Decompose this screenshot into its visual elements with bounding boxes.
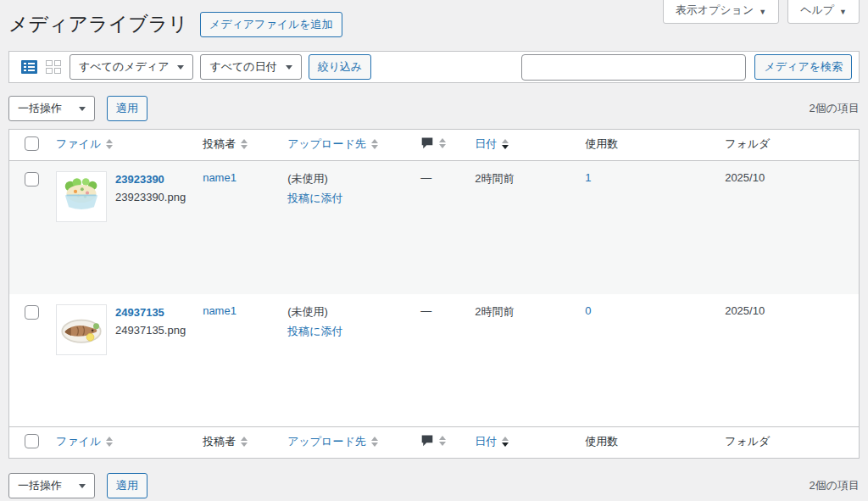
- author-header-label: 投稿者: [203, 434, 236, 449]
- select-all-checkbox[interactable]: [25, 434, 39, 448]
- upload-header-label: アップロード先: [287, 136, 366, 152]
- author-link[interactable]: name1: [203, 304, 236, 317]
- author-header-label: 投稿者: [203, 136, 236, 152]
- sort-arrows-icon: [106, 139, 113, 149]
- upload-date: 2時間前: [475, 172, 514, 185]
- comment-bubble-icon: [420, 434, 434, 447]
- media-list-table: ファイル 投稿者 アップロード先: [8, 129, 860, 459]
- comment-bubble-icon: [420, 136, 434, 149]
- date-header-label: 日付: [475, 136, 497, 152]
- apply-button[interactable]: 適用: [107, 473, 147, 498]
- sort-by-comments-header[interactable]: [420, 434, 446, 447]
- media-row: 23923390 23923390.png name1 (未使用) 投稿に添付 …: [9, 161, 860, 294]
- sort-arrows-icon: [439, 436, 446, 446]
- media-title-link[interactable]: 23923390: [115, 173, 186, 186]
- row-checkbox[interactable]: [25, 172, 39, 186]
- list-view-button[interactable]: [19, 58, 39, 75]
- comment-count: —: [420, 304, 431, 317]
- sort-by-upload-header[interactable]: アップロード先: [287, 136, 378, 152]
- sort-arrows-desc-active-icon: [502, 437, 509, 447]
- sort-by-date-header[interactable]: 日付: [475, 136, 509, 152]
- apply-button[interactable]: 適用: [107, 96, 147, 121]
- sort-by-author-header[interactable]: 投稿者: [203, 434, 248, 449]
- media-filename: 24937135.png: [115, 324, 186, 337]
- media-title-link[interactable]: 24937135: [115, 306, 186, 319]
- bulk-action-value: 一括操作: [18, 478, 62, 493]
- table-header: ファイル 投稿者 アップロード先: [9, 130, 860, 161]
- chevron-down-icon: [79, 107, 86, 111]
- select-all-checkbox[interactable]: [25, 136, 39, 151]
- file-header-label: ファイル: [56, 136, 101, 152]
- screen-options-label: 表示オプション: [676, 3, 754, 18]
- date-filter-value: すべての日付: [209, 59, 276, 75]
- media-search-input[interactable]: [521, 54, 746, 81]
- salad-bowl-image: [58, 173, 105, 220]
- media-library-page: 表示オプション ▼ ヘルプ ▼ メディアライブラリ メディアファイルを追加: [0, 0, 868, 499]
- media-thumbnail[interactable]: [56, 171, 107, 222]
- view-switcher: [19, 58, 63, 75]
- row-checkbox[interactable]: [25, 305, 39, 320]
- upload-header-label: アップロード先: [287, 434, 366, 449]
- sort-arrows-icon: [241, 437, 248, 447]
- unused-label: (未使用): [287, 171, 403, 186]
- caret-down-icon: ▼: [759, 7, 766, 18]
- help-label: ヘルプ: [800, 3, 834, 18]
- sort-by-author-header[interactable]: 投稿者: [203, 136, 248, 152]
- sort-arrows-icon: [371, 139, 378, 149]
- sort-by-file-header[interactable]: ファイル: [56, 136, 113, 152]
- sort-arrows-icon: [241, 139, 248, 149]
- media-type-filter-value: すべてのメディア: [79, 59, 169, 75]
- sort-arrows-icon: [106, 437, 113, 447]
- folder-value: 2025/10: [725, 171, 765, 184]
- usage-header-label: 使用数: [585, 434, 618, 449]
- media-filename: 23923390.png: [115, 191, 186, 203]
- media-row: 24937135 24937135.png name1 (未使用) 投稿に添付 …: [9, 294, 860, 427]
- media-type-filter-select[interactable]: すべてのメディア: [70, 54, 193, 80]
- add-media-button[interactable]: メディアファイルを追加: [200, 12, 342, 37]
- sort-by-upload-header[interactable]: アップロード先: [287, 434, 378, 449]
- author-link[interactable]: name1: [203, 171, 236, 184]
- media-toolbar: すべてのメディア すべての日付 絞り込み メディアを検索: [8, 51, 860, 83]
- usage-header-label: 使用数: [585, 136, 618, 152]
- folder-header-label: フォルダ: [725, 434, 770, 449]
- chevron-down-icon: [286, 65, 292, 70]
- chevron-down-icon: [79, 484, 86, 488]
- folder-value: 2025/10: [725, 304, 765, 317]
- folder-header-label: フォルダ: [725, 136, 770, 152]
- usage-count-link[interactable]: 1: [585, 171, 591, 184]
- sort-by-comments-header[interactable]: [420, 136, 446, 149]
- bulk-actions-bottom: 一括操作 適用 2個の項目: [8, 472, 860, 499]
- grid-view-button[interactable]: [44, 58, 63, 75]
- sort-by-date-header[interactable]: 日付: [475, 434, 509, 449]
- help-button[interactable]: ヘルプ ▼: [787, 0, 860, 24]
- filter-button[interactable]: 絞り込み: [309, 54, 372, 80]
- sort-arrows-icon: [371, 437, 378, 447]
- media-thumbnail[interactable]: [56, 304, 107, 355]
- grilled-fish-image: [58, 306, 105, 353]
- usage-count-link[interactable]: 0: [585, 304, 591, 317]
- screen-options-button[interactable]: 表示オプション ▼: [663, 0, 779, 24]
- media-search-button[interactable]: メディアを検索: [754, 54, 852, 80]
- attach-to-post-link[interactable]: 投稿に添付: [287, 324, 403, 339]
- upload-date: 2時間前: [475, 305, 514, 318]
- bulk-action-select[interactable]: 一括操作: [8, 473, 95, 498]
- page-title: メディアライブラリ: [8, 12, 188, 37]
- file-header-label: ファイル: [56, 434, 101, 449]
- list-view-icon: [21, 60, 37, 74]
- bulk-action-select[interactable]: 一括操作: [8, 96, 95, 121]
- grid-view-icon: [46, 60, 61, 74]
- attach-to-post-link[interactable]: 投稿に添付: [287, 191, 403, 206]
- bulk-action-value: 一括操作: [18, 101, 62, 116]
- sort-arrows-icon: [439, 138, 446, 148]
- bulk-actions-top: 一括操作 適用 2個の項目: [8, 95, 860, 122]
- item-count: 2個の項目: [809, 101, 860, 116]
- date-filter-select[interactable]: すべての日付: [200, 54, 301, 80]
- comment-count: —: [420, 171, 431, 184]
- date-header-label: 日付: [475, 434, 497, 449]
- caret-down-icon: ▼: [839, 7, 847, 18]
- unused-label: (未使用): [287, 304, 403, 320]
- sort-by-file-header[interactable]: ファイル: [56, 434, 113, 449]
- table-footer: ファイル 投稿者 アップロード先: [9, 427, 860, 459]
- sort-arrows-desc-active-icon: [502, 139, 509, 149]
- item-count: 2個の項目: [809, 478, 860, 493]
